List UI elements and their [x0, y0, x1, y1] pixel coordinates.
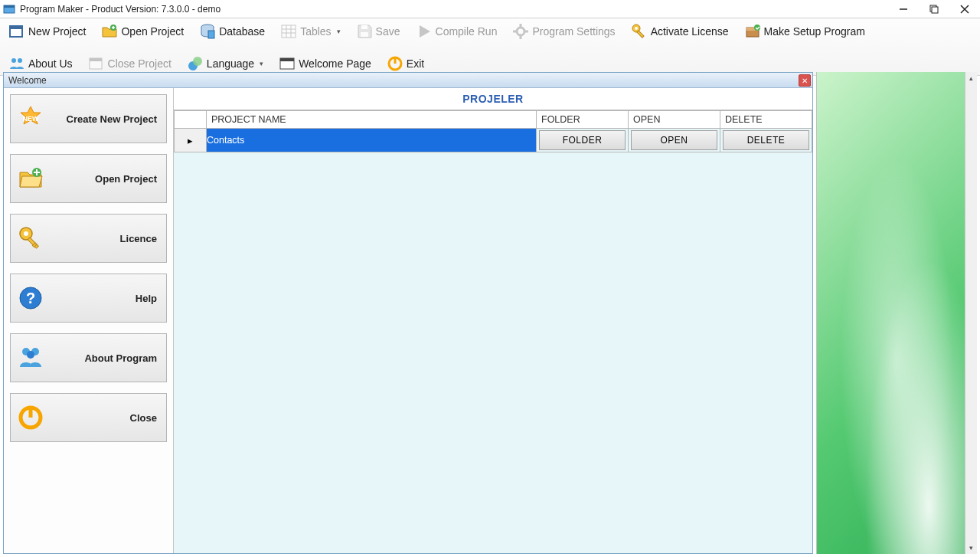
make-setup-button[interactable]: Make Setup Program: [739, 20, 871, 43]
power-icon: [17, 404, 44, 431]
language-icon: [187, 55, 204, 72]
make-setup-label: Make Setup Program: [764, 25, 865, 38]
create-new-label: Create New Project: [52, 113, 157, 125]
new-icon: NEW: [17, 105, 44, 133]
scroll-down-icon[interactable]: ▾: [965, 542, 977, 554]
chevron-down-icon: ▾: [337, 28, 341, 35]
col-open[interactable]: OPEN: [629, 111, 720, 129]
svg-text:NEW: NEW: [23, 115, 40, 123]
row-indicator: ▸: [175, 129, 207, 152]
welcome-close-button[interactable]: ✕: [799, 74, 811, 87]
compile-run-button[interactable]: Compile Run: [410, 20, 503, 43]
col-delete[interactable]: DELETE: [720, 111, 812, 129]
projects-panel: PROJELER PROJECT NAME FOLDER OPEN DELETE: [174, 88, 812, 553]
open-project-button[interactable]: Open Project: [96, 20, 189, 43]
desktop-background: ▴ ▾: [816, 72, 977, 554]
play-icon: [416, 23, 433, 40]
project-name-cell: Contacts: [207, 135, 244, 146]
svg-point-25: [635, 27, 638, 30]
col-project-name[interactable]: PROJECT NAME: [207, 111, 537, 129]
svg-point-44: [24, 231, 28, 236]
help-label: Help: [52, 293, 157, 304]
svg-point-30: [11, 58, 16, 63]
welcome-title-text: Welcome: [8, 75, 47, 86]
projects-header: PROJELER: [174, 88, 812, 110]
open-project-big-button[interactable]: Open Project: [10, 154, 167, 203]
vertical-scrollbar[interactable]: ▴ ▾: [965, 72, 977, 554]
save-label: Save: [376, 25, 400, 38]
main-toolbar: New Project Open Project Database Tables…: [0, 18, 980, 76]
database-icon: [199, 23, 216, 40]
svg-point-35: [193, 57, 202, 66]
key-icon: [631, 23, 648, 40]
open-project-icon: [101, 23, 118, 40]
help-button[interactable]: ? Help: [10, 274, 167, 323]
window-controls: [888, 0, 980, 18]
svg-rect-8: [10, 26, 22, 29]
app-icon: [3, 3, 15, 15]
svg-rect-4: [932, 7, 938, 13]
svg-rect-17: [361, 32, 368, 37]
package-icon: [744, 23, 761, 40]
program-settings-button[interactable]: Program Settings: [507, 20, 620, 43]
open-project-big-label: Open Project: [52, 173, 157, 185]
row-indicator-header: [175, 111, 207, 129]
new-project-button[interactable]: New Project: [3, 20, 91, 43]
database-button[interactable]: Database: [194, 20, 270, 43]
database-label: Database: [219, 25, 265, 38]
scroll-up-icon[interactable]: ▴: [965, 72, 977, 84]
folder-button[interactable]: FOLDER: [539, 130, 626, 150]
key-icon: [17, 224, 44, 252]
svg-rect-37: [280, 58, 294, 61]
svg-point-19: [517, 28, 524, 35]
new-project-label: New Project: [28, 25, 86, 38]
close-label: Close: [52, 412, 157, 424]
col-folder[interactable]: FOLDER: [537, 111, 629, 129]
compile-run-label: Compile Run: [436, 25, 498, 38]
delete-button[interactable]: DELETE: [723, 130, 809, 150]
window-title: Program Maker - Product Version: 7.3.0.0…: [20, 4, 220, 15]
close-welcome-button[interactable]: Close: [10, 393, 167, 442]
close-project-icon: [88, 55, 105, 72]
welcome-titlebar: Welcome ✕: [4, 73, 812, 88]
create-new-project-button[interactable]: NEW Create New Project: [10, 94, 167, 143]
welcome-window: Welcome ✕ NEW Create New Project Open Pr…: [3, 72, 813, 554]
svg-rect-1: [4, 5, 15, 8]
minimize-button[interactable]: [888, 0, 919, 18]
save-icon: [356, 23, 373, 40]
program-settings-label: Program Settings: [532, 25, 615, 38]
help-icon: ?: [17, 284, 44, 312]
close-project-label: Close Project: [108, 57, 172, 70]
open-project-label: Open Project: [121, 25, 184, 38]
svg-rect-12: [282, 25, 296, 38]
activate-license-button[interactable]: Activate License: [626, 20, 734, 43]
welcome-page-label: Welcome Page: [299, 57, 371, 70]
power-icon: [387, 55, 403, 72]
close-button[interactable]: [949, 0, 980, 18]
svg-rect-26: [637, 31, 644, 38]
language-label: Language: [207, 57, 254, 70]
licence-button[interactable]: Licence: [10, 214, 167, 263]
open-button[interactable]: OPEN: [631, 130, 717, 150]
tables-button[interactable]: Tables ▾: [275, 20, 345, 43]
titlebar: Program Maker - Product Version: 7.3.0.0…: [0, 0, 980, 18]
workspace: Welcome ✕ NEW Create New Project Open Pr…: [3, 72, 977, 554]
svg-text:?: ?: [26, 290, 35, 306]
projects-table: PROJECT NAME FOLDER OPEN DELETE ▸ Contac…: [174, 110, 812, 152]
welcome-page-icon: [279, 55, 296, 72]
maximize-button[interactable]: [919, 0, 949, 18]
new-project-icon: [8, 23, 25, 40]
people-icon: [17, 344, 44, 372]
about-program-button[interactable]: About Program: [10, 333, 167, 382]
about-program-label: About Program: [52, 352, 157, 364]
chevron-down-icon: ▾: [260, 60, 263, 67]
table-row[interactable]: ▸ Contacts FOLDER OPEN DELETE: [175, 129, 812, 152]
tables-label: Tables: [300, 25, 331, 38]
svg-point-31: [18, 58, 22, 63]
save-button[interactable]: Save: [351, 20, 406, 43]
folder-open-icon: [17, 165, 44, 192]
svg-rect-33: [90, 58, 102, 61]
svg-point-51: [27, 351, 34, 359]
people-icon: [8, 55, 25, 72]
welcome-sidebar: NEW Create New Project Open Project Lice…: [4, 88, 174, 553]
